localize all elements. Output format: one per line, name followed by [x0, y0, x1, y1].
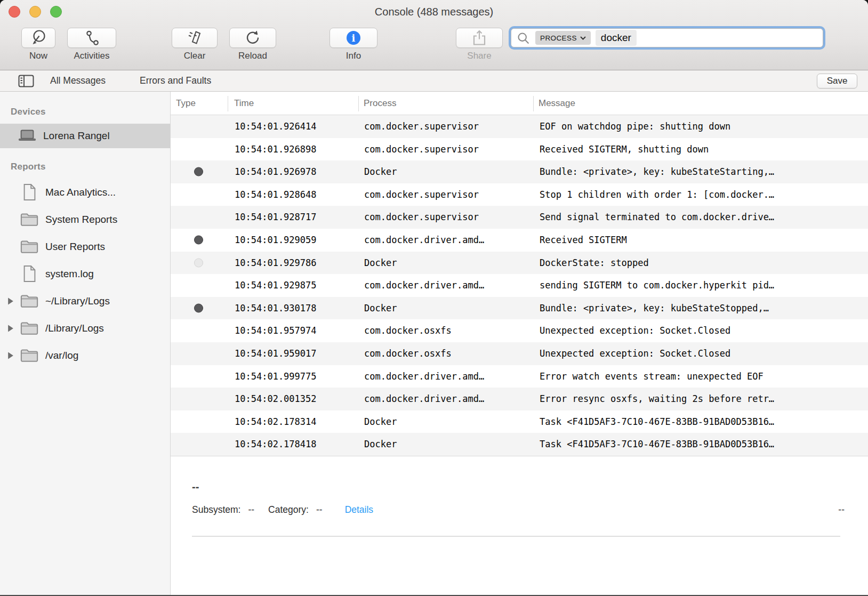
sidebar-item-report[interactable]: /Library/Logs	[0, 315, 170, 342]
log-time: 10:54:01.929786	[235, 252, 317, 275]
folder-icon	[19, 319, 39, 337]
log-message: EOF on watchdog pipe: shutting down	[540, 115, 730, 138]
log-message: sending SIGTERM to com.docker.hyperkit p…	[540, 274, 774, 297]
table-row[interactable]: 10:54:01.957974 com.docker.osxfs Unexpec…	[171, 319, 868, 342]
table-row[interactable]: 10:54:01.959017 com.docker.osxfs Unexpec…	[171, 342, 868, 365]
table-row[interactable]: 10:54:01.926898 com.docker.supervisor Re…	[171, 138, 868, 161]
detail-subsystem-label: Subsystem:	[192, 504, 240, 515]
search-icon	[516, 31, 531, 45]
log-process: com.docker.osxfs	[364, 342, 452, 365]
disclosure-triangle-icon[interactable]	[7, 297, 14, 305]
column-header-process: Process	[364, 92, 396, 115]
disclosure-triangle-icon[interactable]	[7, 324, 14, 332]
log-message: Task <F41D5AF3-7C10-467E-83BB-91BAD0D53B…	[540, 410, 774, 433]
detail-category-value: --	[316, 504, 323, 515]
log-message: Send signal terminated to com.docker.dri…	[540, 206, 774, 229]
reload-label: Reload	[229, 51, 276, 61]
details-link[interactable]: Details	[345, 504, 374, 515]
log-process: com.docker.supervisor	[364, 206, 479, 229]
log-process: Docker	[364, 252, 397, 275]
activities-button[interactable]	[67, 28, 116, 48]
activities-icon	[82, 28, 101, 47]
table-row[interactable]: 10:54:02.178418 Docker Task <F41D5AF3-7C…	[171, 433, 868, 456]
sidebar-item-report[interactable]: ~/Library/Logs	[0, 287, 170, 315]
save-button[interactable]: Save	[817, 74, 857, 88]
table-row[interactable]: 10:54:01.929059 com.docker.driver.amd… R…	[171, 229, 868, 252]
share-label: Share	[456, 51, 503, 61]
log-message: Bundle: <private>, key: kubeStateStartin…	[540, 160, 774, 183]
sidebar-item-device[interactable]: Lorena Rangel	[0, 124, 170, 148]
sidebar-reports-header: Reports	[0, 155, 170, 179]
sidebar-item-report[interactable]: User Reports	[0, 233, 170, 260]
info-button[interactable]: i	[329, 28, 377, 48]
now-button[interactable]	[21, 28, 55, 48]
table-row[interactable]: 10:54:02.178314 Docker Task <F41D5AF3-7C…	[171, 410, 868, 433]
log-message: DockerState: stopped	[540, 252, 649, 275]
scope-all-messages[interactable]: All Messages	[50, 70, 106, 91]
log-time: 10:54:01.930178	[235, 297, 317, 320]
sidebar-item-report[interactable]: System Reports	[0, 206, 170, 233]
sidebar-item-label: /var/log	[45, 350, 78, 361]
document-icon	[19, 265, 39, 283]
sidebar-toggle-button[interactable]	[18, 75, 34, 87]
table-row[interactable]: 10:54:01.928717 com.docker.supervisor Se…	[171, 206, 868, 229]
sidebar-item-report[interactable]: system.log	[0, 260, 170, 287]
reload-icon	[243, 28, 262, 47]
folder-icon	[19, 292, 39, 310]
table-row[interactable]: 10:54:01.928648 com.docker.supervisor St…	[171, 183, 868, 206]
log-process: com.docker.osxfs	[364, 319, 452, 342]
detail-category-label: Category:	[268, 504, 309, 515]
log-time: 10:54:02.001352	[235, 388, 317, 410]
chevron-down-icon	[580, 36, 586, 40]
clear-button[interactable]	[172, 28, 218, 48]
scope-errors-and-faults[interactable]: Errors and Faults	[140, 70, 211, 91]
table-row[interactable]: 10:54:01.929786 Docker DockerState: stop…	[171, 252, 868, 275]
log-type-dot-icon	[194, 167, 203, 176]
log-process: Docker	[364, 410, 397, 433]
sidebar-item-label: ~/Library/Logs	[45, 295, 110, 307]
detail-divider	[192, 536, 840, 537]
share-button[interactable]	[456, 28, 503, 48]
sidebar-item-label: Mac Analytics...	[45, 187, 116, 198]
log-process: Docker	[364, 433, 397, 456]
now-label: Now	[21, 51, 55, 61]
log-message: Stop 1 children with order 1: [com.docke…	[540, 183, 774, 206]
log-time: 10:54:01.926898	[235, 138, 317, 161]
log-message: Error watch events stream: unexpected EO…	[540, 365, 763, 388]
svg-text:i: i	[352, 33, 356, 44]
log-time: 10:54:01.926978	[235, 160, 317, 183]
detail-subsystem-value: --	[248, 504, 254, 515]
sidebar-item-report[interactable]: Mac Analytics...	[0, 179, 170, 206]
table-row[interactable]: 10:54:01.930178 Docker Bundle: <private>…	[171, 297, 868, 320]
share-icon	[470, 28, 489, 47]
folder-icon	[19, 238, 39, 256]
table-row[interactable]: 10:54:01.926978 Docker Bundle: <private>…	[171, 160, 868, 183]
search-query-token[interactable]: docker	[596, 30, 637, 46]
log-process: Docker	[364, 297, 397, 320]
column-header-time: Time	[234, 92, 254, 115]
search-field[interactable]: PROCESS docker	[511, 28, 823, 47]
column-header-type: Type	[176, 92, 196, 115]
document-icon	[19, 183, 39, 202]
table-row[interactable]: 10:54:01.999775 com.docker.driver.amd… E…	[171, 365, 868, 388]
search-filter-label: PROCESS	[540, 34, 577, 42]
sidebar-item-report[interactable]: /var/log	[0, 342, 170, 369]
log-type-dot-icon	[194, 236, 203, 245]
table-row[interactable]: 10:54:01.926414 com.docker.supervisor EO…	[171, 115, 868, 138]
devices-list: Lorena Rangel	[0, 124, 170, 148]
detail-right-value: --	[838, 504, 845, 516]
clear-icon	[185, 28, 204, 47]
clear-label: Clear	[172, 51, 218, 61]
folder-icon	[19, 347, 39, 365]
reload-button[interactable]	[229, 28, 276, 48]
disclosure-triangle-icon[interactable]	[7, 351, 14, 359]
table-row[interactable]: 10:54:02.001352 com.docker.driver.amd… E…	[171, 388, 868, 410]
log-table-body: 10:54:01.926414 com.docker.supervisor EO…	[171, 115, 868, 456]
log-message: Error resync osxfs, waiting 2s before re…	[540, 388, 774, 410]
log-process: com.docker.driver.amd…	[364, 365, 484, 388]
search-filter-token[interactable]: PROCESS	[535, 31, 591, 45]
log-process: com.docker.supervisor	[364, 183, 479, 206]
table-row[interactable]: 10:54:01.929875 com.docker.driver.amd… s…	[171, 274, 868, 297]
laptop-icon	[17, 127, 37, 145]
sidebar-item-label: System Reports	[45, 214, 117, 225]
